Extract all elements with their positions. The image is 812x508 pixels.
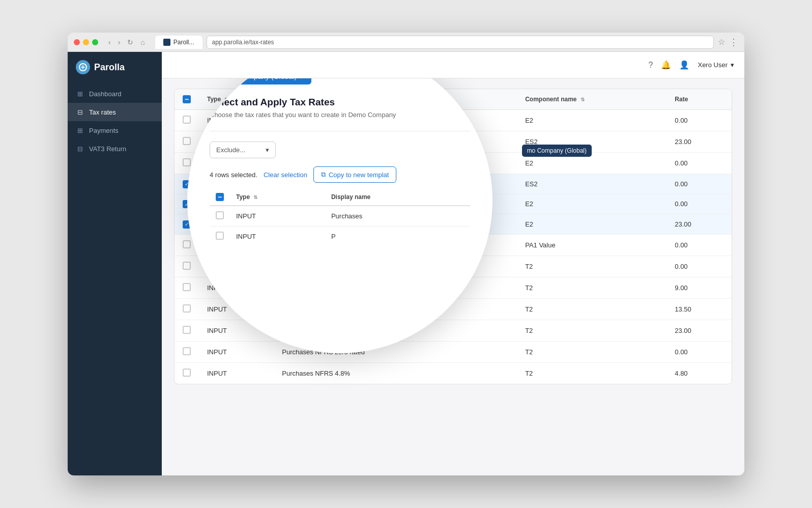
row-component-0: E2 bbox=[517, 110, 666, 131]
row-rate-9: 13.50 bbox=[666, 298, 732, 320]
row-checkbox-cell-9 bbox=[175, 298, 199, 320]
table-row: INPUT Purchases NFRS 4.8% T2 4.80 bbox=[175, 362, 732, 384]
row-component-6: PA1 Value bbox=[517, 234, 666, 256]
bell-icon[interactable]: 🔔 bbox=[661, 60, 671, 70]
tax-rates-icon: ⊟ bbox=[76, 108, 84, 116]
exclude-label: Exclude... bbox=[216, 146, 245, 154]
close-button[interactable] bbox=[74, 39, 80, 45]
sidebar-item-label: Payments bbox=[89, 127, 119, 134]
selection-row: 4 rows selected. Clear selection ⧉ Copy … bbox=[210, 166, 470, 183]
modal-type-sort-icon[interactable]: ⇅ bbox=[253, 194, 257, 200]
modal-subtitle: Choose the tax rates that you want to cr… bbox=[210, 111, 470, 119]
sidebar: Parolla ⊞ Dashboard ⊟ Tax rates ⊞ Paymen… bbox=[68, 52, 162, 475]
row-component-3: ES2 bbox=[517, 174, 666, 194]
copy-to-template-button[interactable]: ⧉ Copy to new templat bbox=[313, 166, 397, 183]
address-bar[interactable]: app.parolla.ie/tax-rates bbox=[207, 36, 714, 49]
modal-row-checkbox-1[interactable] bbox=[216, 232, 224, 240]
row-rate-6: 0.00 bbox=[666, 234, 732, 256]
exclude-dropdown[interactable]: Exclude... ▾ bbox=[210, 142, 276, 158]
row-rate-0: 0.00 bbox=[666, 110, 732, 131]
more-menu-icon[interactable]: ⋮ bbox=[729, 37, 738, 48]
sidebar-item-label: Tax rates bbox=[89, 108, 116, 116]
row-checkbox-10[interactable] bbox=[183, 326, 191, 334]
user-menu[interactable]: Xero User ▾ bbox=[698, 61, 734, 69]
sidebar-item-label: Dashboard bbox=[89, 90, 122, 98]
sidebar-item-dashboard[interactable]: ⊞ Dashboard bbox=[68, 84, 162, 103]
back-button[interactable]: ‹ bbox=[106, 37, 113, 47]
modal-table-row: INPUT Purchases bbox=[210, 206, 470, 227]
row-checkbox-cell-10 bbox=[175, 320, 199, 341]
vat3-icon: ⊟ bbox=[76, 145, 84, 153]
browser-titlebar: ‹ › ↻ ⌂ Paroll... app.parolla.ie/tax-rat… bbox=[68, 33, 744, 52]
row-checkbox-9[interactable] bbox=[183, 304, 191, 313]
minimize-button[interactable] bbox=[83, 39, 89, 45]
row-component-12: T2 bbox=[517, 362, 666, 384]
row-rate-2: 0.00 bbox=[666, 153, 732, 174]
help-icon[interactable]: ? bbox=[649, 61, 653, 70]
row-checkbox-8[interactable] bbox=[183, 283, 191, 291]
row-rate-5: 23.00 bbox=[666, 214, 732, 235]
row-checkbox-cell-11 bbox=[175, 341, 199, 362]
row-checkbox-cell-0 bbox=[175, 110, 199, 131]
home-button[interactable]: ⌂ bbox=[138, 37, 147, 47]
row-checkbox-cell-1 bbox=[175, 131, 199, 153]
modal-row-type-1: INPUT bbox=[230, 227, 325, 247]
row-checkbox-1[interactable] bbox=[183, 137, 191, 145]
user-chevron-icon: ▾ bbox=[731, 61, 734, 69]
copy-button-label: Copy to new templat bbox=[329, 171, 389, 179]
tooltip-text: mo Company (Global) bbox=[527, 147, 587, 154]
bookmark-icon[interactable]: ☆ bbox=[718, 37, 725, 47]
sidebar-item-label: VAT3 Return bbox=[89, 145, 126, 153]
main-content: ? 🔔 👤 Xero User ▾ bbox=[162, 52, 744, 475]
row-rate-1: 23.00 bbox=[666, 131, 732, 153]
row-checkbox-12[interactable] bbox=[183, 369, 191, 377]
row-checkbox-2[interactable] bbox=[183, 158, 191, 166]
row-rate-4: 0.00 bbox=[666, 194, 732, 214]
select-all-checkbox[interactable]: − bbox=[183, 95, 191, 103]
user-icon[interactable]: 👤 bbox=[679, 60, 689, 70]
col-header-rate: Rate bbox=[666, 89, 732, 110]
refresh-button[interactable]: ↻ bbox=[125, 37, 135, 47]
row-checkbox-6[interactable] bbox=[183, 240, 191, 248]
row-component-4: E2 bbox=[517, 194, 666, 214]
maximize-button[interactable] bbox=[92, 39, 98, 45]
modal-title: Select and Apply Tax Rates bbox=[210, 97, 470, 108]
table-row: INPUT Purchases NFRS zero rated T2 0.00 bbox=[175, 341, 732, 362]
browser-nav: ‹ › ↻ ⌂ bbox=[106, 37, 147, 47]
row-rate-3: 0.00 bbox=[666, 174, 732, 194]
row-checkbox-0[interactable] bbox=[183, 116, 191, 124]
row-type-11: INPUT bbox=[199, 341, 274, 362]
user-name: Xero User bbox=[698, 61, 728, 69]
modal-row-checkbox-cell-0 bbox=[210, 206, 230, 227]
company-chevron-icon: ▾ bbox=[300, 78, 303, 80]
modal-row-display-0: Purchases bbox=[325, 206, 470, 227]
forward-button[interactable]: › bbox=[116, 37, 123, 47]
row-component-10: T2 bbox=[517, 320, 666, 341]
copy-icon: ⧉ bbox=[321, 171, 326, 179]
sidebar-item-payments[interactable]: ⊞ Payments bbox=[68, 121, 162, 139]
modal-select-all-checkbox[interactable]: − bbox=[216, 193, 224, 201]
logo-text: Parolla bbox=[94, 62, 125, 73]
row-checkbox-cell-12 bbox=[175, 362, 199, 384]
row-checkbox-cell-8 bbox=[175, 277, 199, 298]
modal-col-display: Display name bbox=[325, 189, 470, 206]
row-rate-8: 9.00 bbox=[666, 277, 732, 298]
clear-selection-link[interactable]: Clear selection bbox=[264, 171, 307, 179]
row-display-name-12: Purchases NFRS 4.8% bbox=[274, 362, 517, 384]
top-bar: ? 🔔 👤 Xero User ▾ bbox=[162, 52, 744, 78]
tab-favicon bbox=[163, 39, 170, 46]
sidebar-item-vat3[interactable]: ⊟ VAT3 Return bbox=[68, 139, 162, 158]
row-component-11: T2 bbox=[517, 341, 666, 362]
modal-col-type: Type ⇅ bbox=[230, 189, 325, 206]
row-checkbox-11[interactable] bbox=[183, 347, 191, 355]
row-rate-7: 0.00 bbox=[666, 256, 732, 277]
sidebar-item-tax-rates[interactable]: ⊟ Tax rates bbox=[68, 103, 162, 121]
browser-window: ‹ › ↻ ⌂ Paroll... app.parolla.ie/tax-rat… bbox=[68, 33, 744, 475]
modal-row-checkbox-0[interactable] bbox=[216, 211, 224, 219]
row-component-9: T2 bbox=[517, 298, 666, 320]
component-sort-icon[interactable]: ⇅ bbox=[581, 97, 585, 102]
browser-tab[interactable]: Paroll... bbox=[155, 36, 202, 49]
row-checkbox-7[interactable] bbox=[183, 262, 191, 270]
sidebar-logo: Parolla bbox=[68, 60, 162, 84]
page-area: − Type ⇅ Display name ⇅ bbox=[162, 78, 744, 475]
